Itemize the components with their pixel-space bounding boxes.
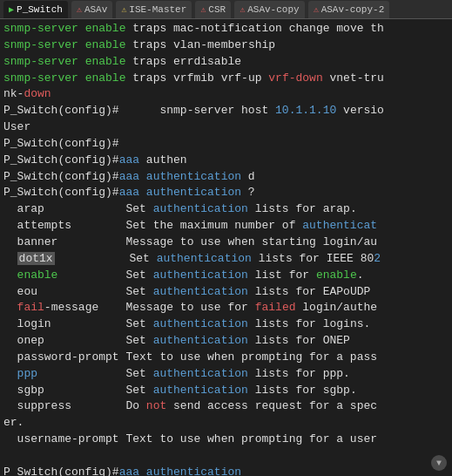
- line-arap: arap Set authentication lists for arap.: [3, 201, 449, 218]
- line-suppress: suppress Do not send access request for …: [3, 398, 449, 415]
- tab-csr[interactable]: ⚠ CSR: [195, 1, 231, 18]
- line-11: P_Switch(config)#aaa authentication ?: [3, 185, 449, 201]
- line-onep: onep Set authentication lists for ONEP: [3, 333, 449, 350]
- tab-asav-copy-2[interactable]: ⚠ ASAv-copy-2: [308, 1, 390, 18]
- line-5: nk-down: [3, 86, 449, 103]
- line-2: snmp-server enable traps vlan-membership: [3, 37, 449, 54]
- tab-asav-copy[interactable]: ⚠ ASAv-copy: [234, 1, 304, 18]
- line-4: snmp-server enable traps vrfmib vrf-up v…: [3, 71, 449, 87]
- tab-icon-pswitch: ▶: [9, 4, 14, 15]
- line-blank: [3, 448, 449, 465]
- tab-ise-master[interactable]: ⚠ ISE-Master: [116, 1, 192, 18]
- line-7: User: [3, 119, 449, 136]
- tab-label-asav: ASAv: [84, 4, 107, 15]
- tab-asav[interactable]: ⚠ ASAv: [71, 1, 112, 18]
- tab-label-asav-copy: ASAv-copy: [247, 4, 299, 15]
- tab-label-ise: ISE-Master: [129, 4, 186, 15]
- line-3: snmp-server enable traps errdisable: [3, 54, 449, 71]
- line-login: login Set authentication lists for login…: [3, 316, 449, 333]
- tab-label-asav-copy-2: ASAv-copy-2: [321, 4, 385, 15]
- line-er: er.: [3, 415, 449, 432]
- tab-label-csr: CSR: [208, 4, 226, 15]
- tab-icon-csr: ⚠: [200, 4, 206, 15]
- line-9: P_Switch(config)#aaa authen: [3, 153, 449, 169]
- line-attempts: attempts Set the maximum number of authe…: [3, 218, 449, 235]
- line-6: P_Switch(config)# snmp-server host 10.1.…: [3, 103, 449, 119]
- line-banner: banner Message to use when starting logi…: [3, 235, 449, 251]
- scroll-button[interactable]: ▼: [431, 455, 447, 471]
- tab-label-pswitch: P_Switch: [17, 4, 63, 15]
- title-bar: ▶ P_Switch ⚠ ASAv ⚠ ISE-Master ⚠ CSR ⚠ A…: [0, 0, 452, 19]
- line-enable: enable Set authentication list for enabl…: [3, 268, 449, 284]
- line-8: P_Switch(config)#: [3, 136, 449, 153]
- line-eou: eou Set authentication lists for EAPoUDP: [3, 284, 449, 301]
- line-1: snmp-server enable traps mac-notificatio…: [3, 21, 449, 37]
- tab-icon-asav-copy: ⚠: [239, 4, 245, 15]
- line-fail-message: fail-message Message to use for failed l…: [3, 300, 449, 316]
- tab-icon-asav: ⚠: [77, 4, 82, 15]
- terminal-output: snmp-server enable traps mac-notificatio…: [0, 19, 452, 476]
- line-sgbp: sgbp Set authentication lists for sgbp.: [3, 383, 449, 399]
- line-ppp: ppp Set authentication lists for ppp.: [3, 366, 449, 383]
- line-final-prompt: P_Switch(config)#aaa authentication: [3, 465, 449, 476]
- tab-icon-asav-copy-2: ⚠: [314, 4, 319, 15]
- line-10: P_Switch(config)#aaa authentication d: [3, 169, 449, 186]
- line-password-prompt: password-prompt Text to use when prompti…: [3, 350, 449, 366]
- line-dot1x: dot1x Set authentication lists for IEEE …: [3, 251, 449, 268]
- tab-pswitch[interactable]: ▶ P_Switch: [3, 1, 68, 18]
- tab-icon-ise: ⚠: [121, 4, 126, 15]
- line-username-prompt: username-prompt Text to use when prompti…: [3, 432, 449, 448]
